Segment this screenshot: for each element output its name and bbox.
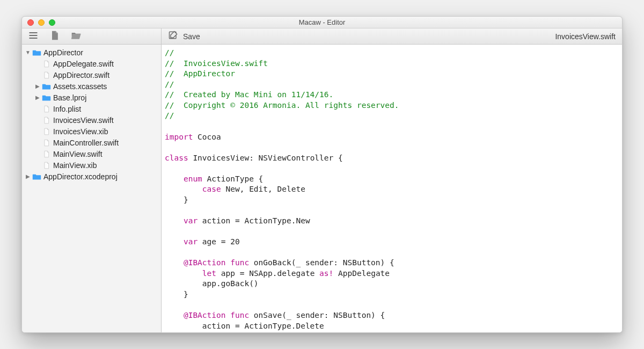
code-token	[165, 258, 184, 267]
disclosure-icon[interactable]: ▶	[35, 83, 40, 89]
code-token	[165, 174, 184, 183]
folder-open-icon	[71, 30, 82, 42]
code-token	[165, 185, 202, 193]
new-file-button[interactable]	[49, 31, 61, 42]
code-token: AppDelegate	[333, 269, 390, 278]
code-token	[165, 216, 184, 225]
code-token: var	[184, 216, 197, 225]
tree-item-label: AppDirector.swift	[53, 71, 158, 79]
folder-icon	[32, 172, 41, 181]
menu-button[interactable]	[27, 31, 39, 42]
file-icon	[41, 150, 51, 158]
disclosure-icon[interactable]: ▼	[25, 49, 31, 55]
file-icon	[49, 30, 60, 42]
code-token	[165, 269, 202, 278]
tree-item-label: AppDirector	[43, 48, 158, 57]
file-icon	[41, 127, 51, 136]
toolbar-right: Save InvoicesView.swift	[162, 28, 622, 44]
code-token	[165, 237, 184, 246]
disclosure-icon[interactable]: ▶	[35, 94, 40, 100]
code-token: import	[165, 133, 193, 141]
file-icon	[41, 116, 51, 125]
code-token: let	[202, 269, 216, 278]
code-token: as!	[319, 269, 333, 278]
disclosure-icon[interactable]: ▶	[25, 173, 31, 179]
window-titlebar[interactable]: Macaw - Editor	[22, 17, 622, 28]
open-folder-button[interactable]	[70, 31, 82, 42]
tree-item-label: MainView.swift	[53, 150, 158, 158]
tree-item-label: Assets.xcassets	[53, 82, 158, 91]
code-editor[interactable]: // // InvoicesView.swift // AppDirector …	[162, 45, 622, 332]
folder-icon	[41, 93, 51, 102]
tree-item-label: Info.plist	[53, 105, 158, 113]
code-line: //	[165, 80, 174, 89]
file-icon	[41, 71, 51, 79]
code-content[interactable]: // // InvoicesView.swift // AppDirector …	[162, 48, 622, 332]
window-body: ▼AppDirectorAppDelegate.swiftAppDirector…	[22, 45, 622, 332]
tree-item-n6[interactable]: InvoicesView.swift	[22, 114, 161, 126]
tree-item-n8[interactable]: MainController.swift	[22, 137, 161, 148]
code-line: action = ActionType.Delete	[165, 322, 324, 330]
folder-icon	[32, 48, 41, 57]
code-token: class	[165, 154, 188, 162]
tree-item-proj[interactable]: ▶AppDirector.xcodeproj	[22, 171, 161, 182]
save-button-label: Save	[183, 32, 200, 41]
close-icon[interactable]	[27, 19, 34, 26]
edit-icon	[168, 30, 179, 42]
code-line: app.goBack()	[165, 279, 259, 288]
current-filename: InvoicesView.swift	[555, 32, 616, 41]
toolbar: Save InvoicesView.swift	[22, 28, 622, 45]
code-token: var	[184, 237, 197, 246]
save-button[interactable]: Save	[168, 30, 200, 42]
code-line: // Created by Mac Mini on 11/14/16.	[165, 90, 333, 99]
hamburger-icon	[28, 30, 39, 42]
code-line: //	[165, 111, 174, 120]
code-token: New, Edit, Delete	[221, 185, 305, 193]
tree-item-n3[interactable]: ▶Assets.xcassets	[22, 81, 161, 92]
code-token: @IBAction func	[184, 311, 249, 319]
code-token: ActionType {	[202, 174, 264, 183]
code-token: enum	[184, 174, 202, 183]
tree-item-label: Base.lproj	[53, 93, 158, 102]
file-icon	[41, 139, 51, 147]
code-token: age = 20	[197, 237, 240, 246]
zoom-icon[interactable]	[49, 19, 55, 26]
tree-item-label: MainController.swift	[53, 139, 158, 147]
tree-item-n5[interactable]: Info.plist	[22, 103, 161, 114]
code-line: // InvoicesView.swift	[165, 59, 268, 68]
code-line: // Copyright © 2016 Armonia. All rights …	[165, 101, 399, 110]
tree-item-n9[interactable]: MainView.swift	[22, 148, 161, 159]
code-token: onSave(_ sender: NSButton) {	[249, 311, 385, 319]
code-token: case	[202, 185, 221, 193]
tree-item-label: InvoicesView.xib	[53, 127, 158, 136]
code-token: onGoBack(_ sender: NSButton) {	[249, 258, 394, 267]
code-token: app = NSApp.delegate	[216, 269, 319, 278]
file-tree[interactable]: ▼AppDirectorAppDelegate.swiftAppDirector…	[22, 45, 162, 332]
code-line: }	[165, 195, 188, 204]
tree-item-label: AppDirector.xcodeproj	[43, 172, 158, 181]
code-line: }	[165, 290, 188, 299]
file-icon	[41, 105, 51, 113]
tree-item-label: InvoicesView.swift	[53, 116, 158, 125]
code-line: print(action)	[165, 332, 263, 332]
code-token: InvoicesView: NSViewController {	[188, 154, 343, 162]
toolbar-left	[22, 28, 162, 44]
tree-item-n1[interactable]: AppDelegate.swift	[22, 58, 161, 69]
tree-item-n10[interactable]: MainView.xib	[22, 159, 161, 171]
code-token: Cocoa	[193, 133, 221, 141]
file-icon	[41, 161, 51, 170]
file-icon	[41, 60, 51, 68]
tree-item-n2[interactable]: AppDirector.swift	[22, 69, 161, 81]
window-title: Macaw - Editor	[22, 18, 622, 26]
code-token: action = ActionType.New	[197, 216, 310, 225]
folder-icon	[41, 82, 51, 91]
code-token: @IBAction func	[184, 258, 249, 267]
code-token	[165, 311, 184, 319]
code-line: // AppDirector	[165, 69, 235, 78]
minimize-icon[interactable]	[38, 19, 45, 26]
tree-item-label: MainView.xib	[53, 161, 158, 170]
code-line: //	[165, 48, 174, 57]
tree-item-root[interactable]: ▼AppDirector	[22, 47, 161, 58]
tree-item-n7[interactable]: InvoicesView.xib	[22, 126, 161, 137]
tree-item-n4[interactable]: ▶Base.lproj	[22, 92, 161, 103]
